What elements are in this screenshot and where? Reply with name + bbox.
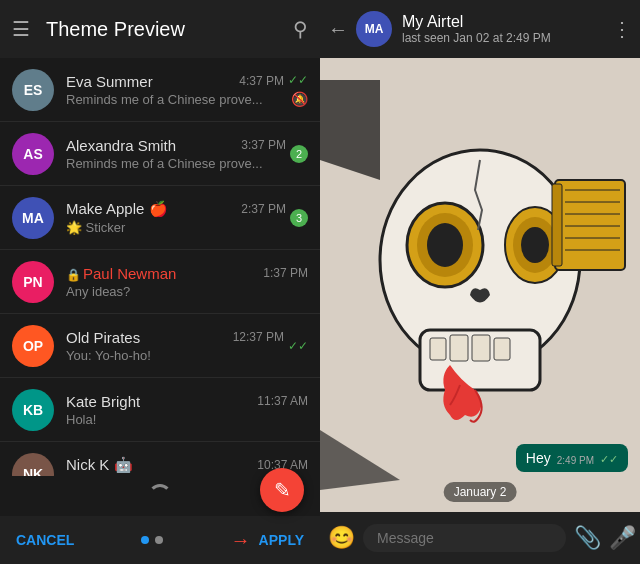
chat-list-item[interactable]: ESEva Summer4:37 PMReminds me of a Chine…	[0, 58, 320, 122]
chat-right-meta: ✓✓🔕	[288, 73, 308, 107]
chat-preview: Reminds me of a Chinese prove...	[66, 92, 284, 107]
chat-input-bar: 😊 📎 🎤	[320, 512, 640, 564]
chat-preview: Hola!	[66, 412, 308, 427]
apply-button[interactable]: APPLY	[259, 532, 304, 548]
contact-avatar: MA	[356, 11, 392, 47]
svg-rect-12	[494, 338, 510, 360]
skull-image: January 2 Hey 2:49 PM ✓✓	[320, 58, 640, 512]
menu-icon[interactable]: ☰	[12, 17, 30, 41]
svg-point-8	[521, 227, 549, 263]
avatar: NK	[12, 453, 54, 477]
svg-rect-14	[552, 184, 562, 266]
chat-list-item[interactable]: OPOld Pirates12:37 PMYou: Yo-ho-ho!✓✓	[0, 314, 320, 378]
dot-2	[155, 536, 163, 544]
chat-time: 12:37 PM	[233, 330, 284, 344]
search-icon[interactable]: ⚲	[293, 17, 308, 41]
chat-preview: Reminds me of a Chinese prove...	[66, 156, 286, 171]
attach-button[interactable]: 📎	[574, 525, 601, 551]
chat-list-item[interactable]: KBKate Bright11:37 AMHola!	[0, 378, 320, 442]
message-text: Hey	[526, 450, 551, 466]
chat-image-area: January 2 Hey 2:49 PM ✓✓	[320, 58, 640, 512]
contact-name: My Airtel	[402, 13, 612, 31]
dot-1	[141, 536, 149, 544]
double-check-icon: ✓✓	[288, 73, 308, 87]
bottom-bar: CANCEL → APPLY	[0, 516, 320, 564]
chat-time: 1:37 PM	[263, 266, 308, 280]
chat-time: 4:37 PM	[239, 74, 284, 88]
chat-list-item[interactable]: ASAlexandra Smith3:37 PMReminds me of a …	[0, 122, 320, 186]
chat-time: 11:37 AM	[257, 394, 308, 408]
message-bubble: Hey 2:49 PM ✓✓	[516, 444, 628, 472]
chat-time: 3:37 PM	[241, 138, 286, 152]
avatar: MA	[12, 197, 54, 239]
arrow-right-icon: →	[231, 529, 251, 552]
chat-time: 2:37 PM	[241, 202, 286, 216]
unread-badge: 2	[290, 145, 308, 163]
muted-icon: 🔕	[291, 91, 308, 107]
contact-status: last seen Jan 02 at 2:49 PM	[402, 31, 612, 45]
avatar: PN	[12, 261, 54, 303]
chat-list: ESEva Summer4:37 PMReminds me of a Chine…	[0, 58, 320, 476]
compose-fab[interactable]: ✎	[260, 468, 304, 512]
spinner	[148, 484, 172, 508]
chat-name: Nick K 🤖	[66, 456, 133, 474]
chat-content: Eva Summer4:37 PMReminds me of a Chinese…	[66, 73, 284, 107]
cancel-button[interactable]: CANCEL	[16, 532, 74, 548]
chat-content: Old Pirates12:37 PMYou: Yo-ho-ho!	[66, 329, 284, 363]
lock-icon: 🔒	[66, 268, 81, 282]
chat-content: 🔒Paul Newman1:37 PMAny ideas?	[66, 265, 308, 299]
right-panel: ← MA My Airtel last seen Jan 02 at 2:49 …	[320, 0, 640, 564]
chat-list-item[interactable]: PN🔒Paul Newman1:37 PMAny ideas?	[0, 250, 320, 314]
read-receipt-icon: ✓✓	[600, 453, 618, 466]
svg-rect-10	[450, 335, 468, 361]
chat-content: Make Apple 🍎2:37 PM🌟 Sticker	[66, 200, 286, 235]
svg-point-5	[427, 223, 463, 267]
double-check-icon: ✓✓	[288, 339, 308, 353]
apply-container: → APPLY	[231, 529, 304, 552]
avatar: AS	[12, 133, 54, 175]
emoji-button[interactable]: 😊	[328, 525, 355, 551]
svg-rect-9	[430, 338, 446, 360]
chat-list-item[interactable]: MAMake Apple 🍎2:37 PM🌟 Sticker3	[0, 186, 320, 250]
chat-name: Make Apple 🍎	[66, 200, 168, 218]
back-icon[interactable]: ←	[328, 18, 348, 41]
page-dots	[141, 536, 163, 544]
message-input[interactable]	[363, 524, 566, 552]
left-panel: ☰ Theme Preview ⚲ ESEva Summer4:37 PMRem…	[0, 0, 320, 564]
more-options-icon[interactable]: ⋮	[612, 17, 632, 41]
avatar: OP	[12, 325, 54, 367]
chat-name: Eva Summer	[66, 73, 153, 90]
unread-badge: 3	[290, 209, 308, 227]
date-bubble: January 2	[444, 482, 517, 502]
right-header: ← MA My Airtel last seen Jan 02 at 2:49 …	[320, 0, 640, 58]
left-header: ☰ Theme Preview ⚲	[0, 0, 320, 58]
chat-name: Old Pirates	[66, 329, 140, 346]
message-time: 2:49 PM	[557, 455, 594, 466]
chat-preview: You: Yo-ho-ho!	[66, 348, 284, 363]
page-title: Theme Preview	[46, 18, 293, 41]
avatar: ES	[12, 69, 54, 111]
chat-preview: 🌟 Sticker	[66, 220, 286, 235]
avatar: KB	[12, 389, 54, 431]
contact-info: My Airtel last seen Jan 02 at 2:49 PM	[402, 13, 612, 45]
chat-preview: Any ideas?	[66, 284, 308, 299]
svg-rect-11	[472, 335, 490, 361]
chat-name: Alexandra Smith	[66, 137, 176, 154]
svg-rect-13	[555, 180, 625, 270]
mic-button[interactable]: 🎤	[609, 525, 636, 551]
chat-name: Kate Bright	[66, 393, 140, 410]
chat-right-meta: 3	[290, 209, 308, 227]
chat-name: 🔒Paul Newman	[66, 265, 176, 282]
chat-content: Alexandra Smith3:37 PMReminds me of a Ch…	[66, 137, 286, 171]
chat-content: Kate Bright11:37 AMHola!	[66, 393, 308, 427]
chat-right-meta: 2	[290, 145, 308, 163]
chat-right-meta: ✓✓	[288, 339, 308, 353]
